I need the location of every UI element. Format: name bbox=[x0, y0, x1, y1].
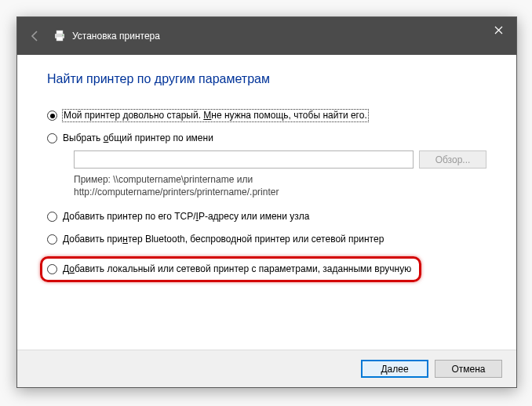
option-shared-printer[interactable]: Выбрать общий принтер по имени bbox=[47, 132, 486, 144]
radio-icon bbox=[47, 111, 57, 121]
highlight-box: Добавить локальный или сетевой принтер с… bbox=[40, 256, 421, 282]
option-label: Добавить принтер по его TCP/IP-адресу ил… bbox=[63, 211, 309, 223]
browse-button: Обзор... bbox=[419, 150, 486, 169]
page-heading: Найти принтер по другим параметрам bbox=[47, 72, 486, 86]
radio-icon bbox=[47, 133, 57, 143]
example-text: Пример: \\computername\printername или h… bbox=[74, 173, 486, 198]
option-label: Добавить локальный или сетевой принтер с… bbox=[63, 263, 411, 275]
close-button[interactable] bbox=[480, 17, 516, 42]
shared-printer-block: Обзор... Пример: \\computername\printern… bbox=[74, 150, 486, 198]
radio-icon bbox=[47, 264, 57, 274]
cancel-button[interactable]: Отмена bbox=[435, 360, 502, 378]
printer-icon bbox=[53, 30, 66, 42]
back-button bbox=[17, 17, 53, 55]
option-old-printer[interactable]: Мой принтер довольно старый. Мне нужна п… bbox=[47, 110, 486, 121]
radio-icon bbox=[47, 234, 57, 245]
option-label: Выбрать общий принтер по имени bbox=[63, 132, 213, 144]
content-area: Найти принтер по другим параметрам Мой п… bbox=[17, 55, 516, 282]
option-local-manual[interactable]: Добавить локальный или сетевой принтер с… bbox=[47, 263, 411, 275]
option-label: Мой принтер довольно старый. Мне нужна п… bbox=[63, 110, 368, 121]
svg-rect-0 bbox=[56, 31, 63, 34]
option-bluetooth[interactable]: Добавить принтер Bluetooth, беспроводной… bbox=[47, 234, 486, 245]
option-tcpip[interactable]: Добавить принтер по его TCP/IP-адресу ил… bbox=[47, 211, 486, 223]
radio-icon bbox=[47, 212, 57, 222]
titlebar: Установка принтера bbox=[17, 17, 516, 55]
footer: Далее Отмена bbox=[17, 350, 516, 387]
shared-printer-input[interactable] bbox=[74, 150, 414, 169]
option-label: Добавить принтер Bluetooth, беспроводной… bbox=[63, 234, 384, 245]
svg-point-3 bbox=[62, 34, 64, 36]
svg-rect-2 bbox=[56, 37, 63, 41]
wizard-window: Установка принтера Найти принтер по друг… bbox=[16, 16, 517, 388]
next-button[interactable]: Далее bbox=[361, 360, 428, 378]
window-title: Установка принтера bbox=[72, 31, 160, 42]
